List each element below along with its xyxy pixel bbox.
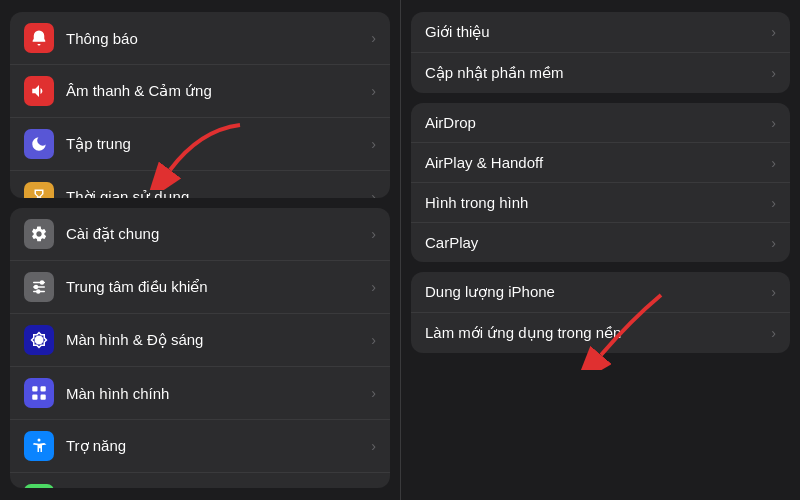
chevron-icon: › xyxy=(771,195,776,211)
right-settings-group-3: Dung lượng iPhone › Làm mới ứng dụng tro… xyxy=(411,272,790,353)
chevron-icon: › xyxy=(371,279,376,295)
speaker-icon xyxy=(24,76,54,106)
svg-point-3 xyxy=(40,280,45,285)
svg-point-5 xyxy=(36,289,41,294)
svg-rect-7 xyxy=(41,386,46,391)
man-hinh-do-sang-label: Màn hình & Độ sáng xyxy=(66,331,365,349)
chevron-icon: › xyxy=(771,65,776,81)
bell-icon xyxy=(24,23,54,53)
tro-nang-label: Trợ năng xyxy=(66,437,365,455)
tap-trung-label: Tập trung xyxy=(66,135,365,153)
chevron-icon: › xyxy=(371,30,376,46)
dung-luong-label: Dung lượng iPhone xyxy=(425,283,765,301)
carplay-label: CarPlay xyxy=(425,234,765,251)
chevron-icon: › xyxy=(371,226,376,242)
flower-icon xyxy=(24,484,54,488)
moon-icon xyxy=(24,129,54,159)
chevron-icon: › xyxy=(371,332,376,348)
gear-icon xyxy=(24,219,54,249)
svg-rect-6 xyxy=(32,386,37,391)
sidebar-item-airdrop[interactable]: AirDrop › xyxy=(411,103,790,143)
svg-rect-8 xyxy=(32,395,37,400)
chevron-icon: › xyxy=(771,284,776,300)
sidebar-item-man-hinh-chinh[interactable]: Màn hình chính › xyxy=(10,367,390,420)
gioi-thieu-label: Giới thiệu xyxy=(425,23,765,41)
chevron-icon: › xyxy=(771,115,776,131)
settings-group-1: Thông báo › Âm thanh & Cảm ứng › Tập tru… xyxy=(10,12,390,198)
chevron-icon: › xyxy=(371,136,376,152)
man-hinh-chinh-label: Màn hình chính xyxy=(66,385,365,402)
airplay-label: AirPlay & Handoff xyxy=(425,154,765,171)
cap-nhat-label: Cập nhật phần mềm xyxy=(425,64,765,82)
thoi-gian-label: Thời gian sử dụng xyxy=(66,188,365,198)
chevron-icon: › xyxy=(771,325,776,341)
svg-rect-9 xyxy=(41,395,46,400)
airdrop-label: AirDrop xyxy=(425,114,765,131)
hourglass-icon xyxy=(24,182,54,198)
chevron-icon: › xyxy=(771,155,776,171)
left-panel: Thông báo › Âm thanh & Cảm ứng › Tập tru… xyxy=(0,0,400,500)
sidebar-item-cai-dat-chung[interactable]: Cài đặt chung › xyxy=(10,208,390,261)
sidebar-item-hinh-nen[interactable]: Hình nền › xyxy=(10,473,390,488)
sidebar-item-am-thanh[interactable]: Âm thanh & Cảm ứng › xyxy=(10,65,390,118)
sidebar-item-thong-bao[interactable]: Thông báo › xyxy=(10,12,390,65)
chevron-icon: › xyxy=(371,83,376,99)
sidebar-item-airplay[interactable]: AirPlay & Handoff › xyxy=(411,143,790,183)
sliders-icon xyxy=(24,272,54,302)
svg-point-10 xyxy=(38,439,41,442)
chevron-icon: › xyxy=(771,24,776,40)
trung-tam-label: Trung tâm điều khiển xyxy=(66,278,365,296)
right-panel: Giới thiệu › Cập nhật phần mềm › AirDrop… xyxy=(400,0,800,500)
right-settings-group-2: AirDrop › AirPlay & Handoff › Hình trong… xyxy=(411,103,790,262)
sidebar-item-lam-moi[interactable]: Làm mới ứng dụng trong nền › xyxy=(411,313,790,353)
grid-icon xyxy=(24,378,54,408)
sidebar-item-hinh-trong-hinh[interactable]: Hình trong hình › xyxy=(411,183,790,223)
lam-moi-label: Làm mới ứng dụng trong nền xyxy=(425,324,765,342)
sidebar-item-thoi-gian[interactable]: Thời gian sử dụng › xyxy=(10,171,390,198)
sidebar-item-dung-luong[interactable]: Dung lượng iPhone › xyxy=(411,272,790,313)
sidebar-item-carplay[interactable]: CarPlay › xyxy=(411,223,790,262)
settings-group-2: Cài đặt chung › Trung tâm điều khiển › M… xyxy=(10,208,390,488)
sidebar-item-tap-trung[interactable]: Tập trung › xyxy=(10,118,390,171)
sidebar-item-man-hinh-do-sang[interactable]: Màn hình & Độ sáng › xyxy=(10,314,390,367)
chevron-icon: › xyxy=(771,235,776,251)
am-thanh-label: Âm thanh & Cảm ứng xyxy=(66,82,365,100)
brightness-icon xyxy=(24,325,54,355)
sidebar-item-gioi-thieu[interactable]: Giới thiệu › xyxy=(411,12,790,53)
sidebar-item-tro-nang[interactable]: Trợ năng › xyxy=(10,420,390,473)
thong-bao-label: Thông báo xyxy=(66,30,365,47)
right-settings-group-1: Giới thiệu › Cập nhật phần mềm › xyxy=(411,12,790,93)
cai-dat-chung-label: Cài đặt chung xyxy=(66,225,365,243)
svg-point-1 xyxy=(34,285,39,290)
chevron-icon: › xyxy=(371,438,376,454)
chevron-icon: › xyxy=(371,385,376,401)
sidebar-item-trung-tam[interactable]: Trung tâm điều khiển › xyxy=(10,261,390,314)
hinh-trong-hinh-label: Hình trong hình xyxy=(425,194,765,211)
sidebar-item-cap-nhat[interactable]: Cập nhật phần mềm › xyxy=(411,53,790,93)
accessibility-icon xyxy=(24,431,54,461)
chevron-icon: › xyxy=(371,189,376,198)
